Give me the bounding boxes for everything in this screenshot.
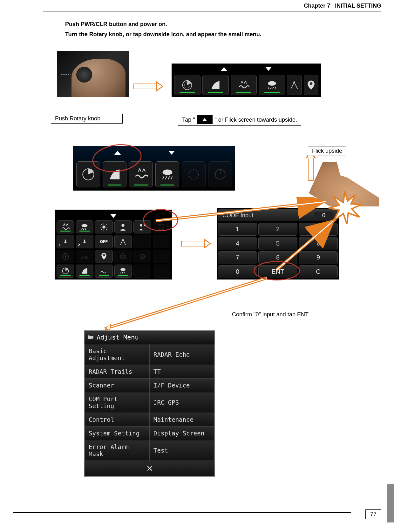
location-pin-icon[interactable] bbox=[304, 75, 318, 95]
rain-cloud-icon[interactable] bbox=[259, 75, 285, 95]
menu-scanner[interactable]: Scanner bbox=[85, 379, 150, 392]
svg-rect-22 bbox=[159, 225, 164, 230]
gain-curve-icon[interactable] bbox=[103, 161, 126, 187]
keypad-title: CODE Input bbox=[222, 212, 253, 219]
svg-point-2 bbox=[268, 81, 276, 85]
menu-test[interactable]: Test bbox=[150, 440, 214, 461]
triangle-down-icon[interactable] bbox=[168, 151, 175, 155]
icon-grid-menu: 1 2 OFF bbox=[55, 210, 172, 279]
disabled-grid-4 bbox=[133, 265, 151, 278]
location-pin-icon[interactable] bbox=[95, 250, 113, 263]
page-number: 77 bbox=[365, 509, 381, 519]
off-toggle-icon[interactable]: OFF bbox=[95, 235, 113, 248]
key-c[interactable]: C bbox=[299, 265, 338, 278]
menu-tt[interactable]: TT bbox=[150, 365, 214, 379]
key-8[interactable]: 8 bbox=[258, 251, 297, 264]
chapter-label: Chapter 7 bbox=[304, 3, 330, 9]
disabled-grid-2 bbox=[153, 235, 171, 248]
menu-if-device[interactable]: I/F Device bbox=[150, 379, 214, 392]
key-0[interactable]: 0 bbox=[218, 265, 257, 278]
crop-icon[interactable] bbox=[153, 220, 171, 233]
sea-wave-icon[interactable] bbox=[95, 265, 113, 278]
person-icon[interactable] bbox=[114, 220, 132, 233]
svg-marker-40 bbox=[106, 325, 110, 330]
key-5[interactable]: 5 bbox=[258, 237, 297, 250]
speed-icon[interactable] bbox=[76, 250, 94, 263]
triangle-up-icon[interactable] bbox=[114, 151, 121, 155]
buoy-2-icon[interactable]: 2 bbox=[76, 235, 94, 248]
menu-jrc-gps[interactable]: JRC GPS bbox=[150, 392, 214, 413]
menu-radar-echo[interactable]: RADAR Echo bbox=[150, 344, 214, 365]
disabled-grid-1 bbox=[133, 235, 151, 248]
flick-label: Flick upside bbox=[312, 148, 342, 154]
page-header: Chapter 7 INITIAL SETTING bbox=[304, 3, 381, 9]
svg-point-3 bbox=[294, 81, 295, 83]
triangle-down-icon[interactable] bbox=[265, 67, 272, 71]
radar-sweep-icon[interactable] bbox=[174, 75, 200, 95]
buoy-1-icon[interactable]: 1 bbox=[57, 235, 74, 248]
svg-point-20 bbox=[122, 224, 125, 226]
svg-line-38 bbox=[105, 278, 267, 329]
intro-line-2: Turn the Rotary knob, or tap downside ic… bbox=[65, 29, 262, 39]
svg-point-4 bbox=[309, 82, 312, 85]
svg-point-10 bbox=[82, 224, 88, 227]
key-6[interactable]: 6 bbox=[299, 237, 338, 250]
menu-radar-trails[interactable]: RADAR Trails bbox=[85, 365, 150, 379]
disabled-grid-5 bbox=[153, 265, 171, 278]
gain-curve-icon[interactable] bbox=[76, 265, 94, 278]
svg-line-16 bbox=[101, 224, 102, 225]
adjust-menu-title: Adjust Menu bbox=[97, 333, 139, 341]
mini-triangle-icon bbox=[197, 115, 213, 124]
compass-icon[interactable] bbox=[57, 250, 74, 263]
maintenance-icon[interactable] bbox=[133, 220, 151, 233]
key-9[interactable]: 9 bbox=[299, 251, 338, 264]
svg-line-19 bbox=[101, 229, 102, 230]
key-ent[interactable]: ENT bbox=[258, 265, 297, 278]
gain-curve-icon[interactable] bbox=[202, 75, 229, 95]
menu-maintenance[interactable]: Maintenance bbox=[150, 413, 214, 427]
footer-rule bbox=[13, 512, 351, 513]
header-title: INITIAL SETTING bbox=[335, 3, 381, 9]
triangle-down-icon[interactable] bbox=[110, 214, 117, 218]
target-icon[interactable] bbox=[114, 250, 132, 263]
marker-icon[interactable] bbox=[133, 250, 151, 263]
rain-cloud-icon[interactable] bbox=[114, 265, 132, 278]
tap-suffix: " or Flick screen towards upside. bbox=[214, 117, 297, 123]
rain-cloud-icon[interactable] bbox=[155, 161, 179, 187]
key-4[interactable]: 4 bbox=[218, 237, 257, 250]
tap-caption-box: Tap " " or Flick screen towards upside. bbox=[178, 114, 301, 126]
close-button[interactable]: ✕ bbox=[85, 461, 214, 476]
key-7[interactable]: 7 bbox=[218, 251, 257, 264]
disabled-icon-1 bbox=[182, 161, 206, 187]
brightness-icon[interactable] bbox=[95, 220, 113, 233]
intro-line-1: Push PWR/CLR button and power on. bbox=[65, 19, 262, 29]
disabled-icon-2 bbox=[208, 161, 232, 187]
menu-control[interactable]: Control bbox=[85, 413, 150, 427]
menu-error-alarm-mask[interactable]: Error Alarm Mask bbox=[85, 440, 150, 461]
menu-display-screen[interactable]: Display Screen bbox=[150, 427, 214, 440]
tap-prefix: Tap " bbox=[182, 117, 195, 123]
triangle-up-icon[interactable] bbox=[221, 67, 227, 71]
menu-com-port[interactable]: COM Port Setting bbox=[85, 392, 150, 413]
svg-point-6 bbox=[162, 170, 172, 175]
radar-sweep-icon[interactable] bbox=[57, 265, 74, 278]
arrow-diag-3 bbox=[98, 276, 273, 332]
svg-marker-32 bbox=[329, 191, 361, 224]
arrow-right-2 bbox=[181, 240, 211, 247]
key-2[interactable]: 2 bbox=[258, 223, 297, 236]
radar-sweep-icon[interactable] bbox=[76, 161, 100, 187]
sea-wave-icon[interactable] bbox=[129, 161, 153, 187]
svg-point-11 bbox=[102, 226, 105, 228]
menu-basic-adjustment[interactable]: Basic Adjustment bbox=[85, 344, 150, 365]
rotary-knob-caption-box: Push Rotary knob bbox=[51, 114, 123, 124]
sea-wave-icon[interactable] bbox=[231, 75, 257, 95]
svg-point-7 bbox=[189, 170, 199, 179]
rain-cloud-icon[interactable] bbox=[76, 220, 94, 233]
svg-point-29 bbox=[142, 256, 143, 257]
small-menu-bar-zoomed bbox=[73, 146, 235, 191]
divider-handle-icon[interactable] bbox=[287, 75, 302, 95]
menu-system-setting[interactable]: System Setting bbox=[85, 427, 150, 440]
divider-tool-icon[interactable] bbox=[114, 235, 132, 248]
sea-wave-icon[interactable] bbox=[57, 220, 74, 233]
key-1[interactable]: 1 bbox=[218, 223, 257, 236]
